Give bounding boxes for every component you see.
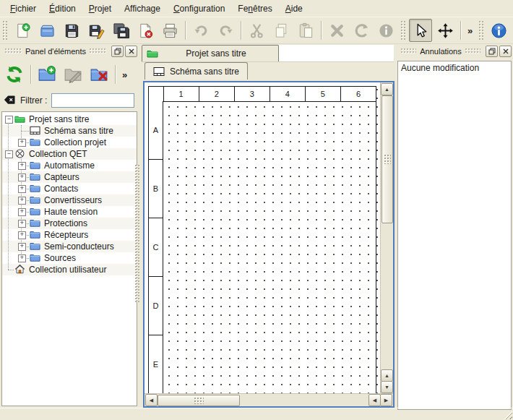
schema-canvas[interactable]: 123456 ABCDE [145, 82, 381, 394]
clear-filter-icon[interactable] [3, 93, 16, 108]
menu-affichage[interactable]: Affichage [118, 1, 167, 16]
tree-expander-plus[interactable]: + [18, 254, 26, 262]
tree-item-contacts[interactable]: +Contacts [2, 183, 137, 194]
resize-grip[interactable] [503, 410, 512, 419]
float-panel-button[interactable] [111, 46, 124, 57]
float-panel-button[interactable] [486, 46, 498, 57]
horizontal-scroll-thumb[interactable] [158, 395, 240, 406]
schema-column-3: 3 [235, 87, 270, 101]
close-file-button[interactable] [134, 19, 157, 42]
cut-icon [249, 22, 265, 39]
tree-expander-plus[interactable]: + [18, 185, 26, 193]
menu-projet[interactable]: Projet [82, 1, 118, 16]
tab-project[interactable]: Projet sans titre [142, 45, 279, 61]
print-button[interactable] [158, 19, 181, 42]
save-all-button[interactable] [109, 19, 132, 42]
tree-expander-plus[interactable]: + [18, 173, 26, 181]
tree-item-collection-qet[interactable]: −Collection QET [2, 148, 137, 160]
folder-new-button[interactable] [34, 61, 60, 87]
refresh-button[interactable] [1, 61, 27, 87]
save-button[interactable] [60, 19, 83, 42]
print-icon [162, 22, 178, 39]
tree-item-label: Récepteurs [44, 230, 88, 240]
elements-panel-header: Panel d'éléments [1, 46, 137, 57]
folder-icon [30, 160, 40, 171]
tree-item-label: Semi-conducteurs [44, 241, 114, 252]
schema-row-d: D [149, 277, 163, 335]
close-panel-button[interactable] [125, 46, 137, 57]
tree-expander-plus[interactable]: + [18, 208, 26, 216]
menu-aide[interactable]: Aide [279, 1, 309, 16]
schema-icon [30, 125, 40, 136]
folder-delete-button[interactable] [86, 61, 112, 87]
scroll-up-button[interactable]: ▲ [381, 83, 393, 95]
tree-item-projet-sans-titre[interactable]: −Projet sans titre [2, 113, 137, 125]
tree-expander-plus[interactable]: + [18, 231, 26, 239]
close-panel-button[interactable] [499, 46, 512, 57]
tree-expander-plus[interactable]: + [18, 197, 26, 205]
folder-icon [30, 241, 40, 252]
dock-drag-handle[interactable] [401, 48, 416, 54]
close-file-icon [137, 22, 154, 39]
menu-fenetres[interactable]: Fenêtres [231, 1, 278, 16]
scroll-left-button-2[interactable]: ◀ [368, 394, 381, 406]
tree-item-label: Schéma sans titre [44, 126, 113, 136]
new-file-button[interactable] [11, 19, 34, 42]
toolbar-overflow-button[interactable]: » [464, 24, 476, 38]
folder-icon [30, 229, 40, 240]
menu-edition[interactable]: Édition [43, 1, 82, 16]
open-file-button[interactable] [35, 19, 59, 42]
tree-item-automatisme[interactable]: +Automatisme [2, 160, 137, 171]
tree-expander-plus[interactable]: + [18, 139, 26, 147]
scroll-right-button[interactable]: ▶ [380, 394, 392, 406]
tree-item-haute-tension[interactable]: +Haute tension [2, 206, 137, 218]
scroll-up-button-2[interactable]: ▲ [381, 369, 393, 382]
filter-input[interactable] [51, 93, 134, 108]
vertical-scrollbar[interactable]: ▲ ▲ ▼ [380, 82, 393, 394]
tree-item-convertisseurs[interactable]: +Convertisseurs [2, 194, 137, 206]
schema-row-a: A [149, 101, 163, 160]
folder-icon [30, 137, 40, 147]
rotate-icon [353, 22, 370, 39]
menu-fichier[interactable]: Fichier [4, 1, 43, 16]
move-button[interactable] [434, 19, 457, 42]
tree-item-recepteurs[interactable]: +Récepteurs [2, 229, 137, 241]
toolbar-overflow-button[interactable]: » [118, 68, 131, 82]
paste-icon [298, 22, 314, 39]
tree-expander-plus[interactable]: + [18, 162, 26, 170]
dock-splitter-handle[interactable] [135, 165, 139, 302]
tree-item-collection-projet[interactable]: +Collection projet [2, 137, 137, 148]
save-as-button[interactable] [85, 19, 108, 42]
tree-expander-plus[interactable]: + [18, 220, 26, 228]
tree-item-label: Collection utilisateur [29, 265, 106, 275]
tree-expander-minus[interactable]: − [5, 150, 13, 158]
schema-column-6: 6 [341, 87, 376, 101]
scroll-left-button[interactable]: ◀ [145, 394, 158, 406]
left-arrow-icon: ◀ [373, 398, 376, 403]
horizontal-scrollbar[interactable]: ◀ ◀ ▶ [145, 393, 393, 406]
info-blue-button[interactable] [487, 19, 510, 42]
tree-item-collection-utilisateur[interactable]: Collection utilisateur [2, 264, 137, 275]
tab-schema[interactable]: Schéma sans titre [145, 62, 248, 80]
tree-item-sources[interactable]: +Sources [2, 252, 137, 264]
menu-configuration[interactable]: Configuration [167, 1, 231, 16]
schema-column-5: 5 [306, 87, 341, 101]
tree-expander-plus[interactable]: + [18, 243, 26, 251]
tree-item-protections[interactable]: +Protections [2, 218, 137, 229]
tree-expander-minus[interactable]: − [5, 116, 13, 124]
tree-branch-line [8, 119, 9, 270]
vertical-scroll-thumb[interactable] [381, 95, 393, 223]
select-arrow-button[interactable] [409, 19, 432, 42]
tree-item-semi-conducteurs[interactable]: +Semi-conducteurs [2, 241, 137, 252]
undo-list-item[interactable]: Aucune modification [398, 61, 511, 74]
save-all-icon [113, 22, 129, 39]
dock-drag-handle[interactable] [465, 48, 480, 54]
copy-button [270, 19, 293, 42]
toolbar-drag-handle[interactable] [479, 21, 483, 40]
toolbar-drag-handle[interactable] [401, 21, 405, 40]
toolbar-drag-handle[interactable] [3, 21, 7, 40]
dock-drag-handle[interactable] [90, 48, 106, 54]
dock-drag-handle[interactable] [5, 48, 22, 54]
tree-item-capteurs[interactable]: +Capteurs [2, 171, 137, 183]
scroll-down-button[interactable]: ▼ [381, 381, 393, 393]
